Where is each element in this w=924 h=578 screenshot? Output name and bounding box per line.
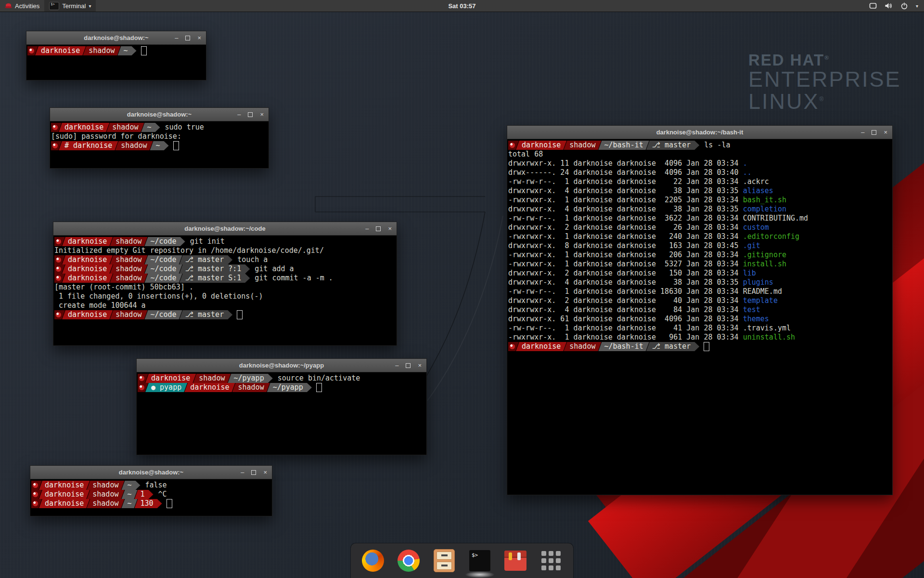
maximize-button[interactable] [185,36,190,40]
output-text: drwxrwxr-x. 8 darknoise darknoise 163 Ja… [508,241,743,250]
close-button[interactable]: × [388,225,392,232]
wordmark-enterprise: ENTERPRISE [748,68,901,91]
minimize-button[interactable]: – [241,469,244,475]
window-title: darknoise@shadow:~/bash-it [507,129,892,136]
maximize-button[interactable] [376,226,381,231]
rhel-wordmark: RED HAT® ENTERPRISE LINUX® [748,52,901,112]
output-text: drwxrwxr-x. 4 darknoise darknoise 38 Jan… [508,186,743,196]
directory-name: .. [743,168,752,177]
directory-name: test [743,305,760,315]
running-app-glow [465,571,495,578]
output-text: drwxrwxr-x. 4 darknoise darknoise 84 Jan… [508,305,743,315]
prompt-path-segment: ~/bash-it [598,141,649,150]
close-button[interactable]: × [884,129,887,135]
terminal-window-bash-it: darknoise@shadow:~/bash-it – × darknoise… [507,125,893,495]
output-text: Initialized empty Git repository in /hom… [54,246,324,255]
command-text: git add a [250,264,294,274]
terminal-content[interactable]: darknoiseshadow~/bash-it⎇ masterls -lato… [507,139,892,353]
close-button[interactable]: × [263,469,267,475]
titlebar[interactable]: darknoise@shadow:~/code – × [53,222,397,236]
output-text: drwxrwxr-x. 4 darknoise darknoise 38 Jan… [508,278,743,287]
redhat-logo-icon [5,3,12,9]
output-text: [master (root-commit) 50bcb63] . [54,283,193,292]
wordmark-linux: LINUX [748,89,820,114]
dock: $> [351,543,573,578]
maximize-button[interactable] [251,470,256,475]
titlebar[interactable]: darknoise@shadow:~/pyapp – × [137,359,426,372]
clock[interactable]: Sat 03:57 [0,2,924,10]
titlebar[interactable]: darknoise@shadow:~ – × [26,31,206,45]
titlebar[interactable]: darknoise@shadow:~/bash-it – × [507,126,892,139]
chrome-icon [398,550,420,572]
dock-toolbox-icon[interactable] [504,549,527,572]
terminal-line: drwxrwxr-x. 2 darknoise darknoise 150 Ja… [508,269,891,278]
terminal-line: darknoiseshadow~/bash-it⎇ masterls -la [508,141,891,150]
maximize-button[interactable] [248,112,253,117]
minimize-button[interactable]: – [237,111,241,118]
close-button[interactable]: × [197,35,201,41]
output-text: [sudo] password for darknoise: [51,132,181,141]
minimize-button[interactable]: – [861,129,864,135]
terminal-line: darknoiseshadow~/pyappsource bin/activat… [138,374,425,383]
titlebar[interactable]: darknoise@shadow:~ – × [50,108,269,121]
screen-icon[interactable] [869,2,877,9]
prompt-host-segment: shadow [87,499,124,508]
minimize-button[interactable]: – [365,225,369,232]
prompt-host-segment: shadow [110,237,147,246]
dock-chrome-icon[interactable] [397,549,420,572]
prompt-exit-code-segment: 130 [135,499,162,508]
terminal-line: ● pyappdarknoiseshadow~/pyapp [138,383,425,392]
terminal-content[interactable]: darknoiseshadow~/pyappsource bin/activat… [137,372,426,394]
prompt-host-segment: shadow [110,264,147,274]
dock-terminal-icon[interactable]: $> [468,549,491,572]
terminal-line: darknoiseshadow~/code⎇ mastertouch a [54,255,396,264]
prompt-git-branch-segment: ⎇ master [646,141,700,150]
window-title: darknoise@shadow:~ [30,469,272,476]
titlebar[interactable]: darknoise@shadow:~ – × [30,466,272,479]
dock-app-grid-button[interactable] [539,549,563,572]
output-text: -rwxrwxr-x. 1 darknoise darknoise 5327 J… [508,260,743,269]
file-name: CONTRIBUTING.md [743,214,808,223]
minimize-button[interactable]: – [395,362,398,368]
directory-name: . [743,159,747,168]
terminal-content[interactable]: darknoiseshadow~/codegit initInitialized… [53,236,397,321]
window-title: darknoise@shadow:~ [50,111,269,118]
maximize-button[interactable] [406,363,411,368]
prompt-user-segment: darknoise [35,46,86,55]
prompt-venv-segment: ● pyapp [145,383,187,392]
terminal-line: darknoiseshadow~130 [31,499,271,508]
terminal-content[interactable]: darknoiseshadow~falsedarknoiseshadow~1^C… [30,479,272,510]
terminal-content[interactable]: darknoiseshadow~sudo true[sudo] password… [50,121,269,152]
dock-files-icon[interactable] [433,549,456,572]
terminal-cursor [173,141,179,150]
prompt-path-segment: ~/pyapp [228,374,272,383]
prompt-path-segment: ~/code [144,310,182,319]
terminal-content[interactable]: darknoiseshadow~ [26,45,206,57]
close-button[interactable]: × [260,111,264,118]
power-icon[interactable] [900,2,908,10]
volume-icon[interactable] [885,2,893,9]
prompt-git-branch-segment: ⎇ master [646,342,700,351]
prompt-git-branch-segment: ⎇ master [180,255,233,264]
app-grid-icon [541,551,561,570]
prompt-git-branch-segment: ⎇ master ?:1 [180,264,250,274]
app-menu-terminal[interactable]: $> Terminal ▾ [44,0,96,12]
terminal-line: -rw-rw-r--. 1 darknoise darknoise 3622 J… [508,214,891,223]
file-cabinet-icon [434,549,455,572]
chevron-down-icon: ▾ [89,3,91,9]
system-menu-chevron-icon[interactable]: ▾ [916,3,918,9]
maximize-button[interactable] [872,130,876,135]
close-button[interactable]: × [418,362,422,368]
command-text: sudo true [160,123,204,132]
terminal-window-sudo: darknoise@shadow:~ – × darknoiseshadow~s… [50,107,269,169]
terminal-line: -rwxrwxr-x. 1 darknoise darknoise 240 Ja… [508,232,891,241]
terminal-line: darknoiseshadow~ [27,46,205,55]
terminal-line: [sudo] password for darknoise: [51,132,268,141]
dock-firefox-icon[interactable] [361,549,385,572]
activities-button[interactable]: Activities [0,0,44,12]
command-text: false [141,481,167,490]
minimize-button[interactable]: – [175,35,178,41]
terminal-line: -rwxrwxr-x. 1 darknoise darknoise 961 Ja… [508,333,891,342]
prompt-path-segment: ~/code [144,255,182,264]
prompt-user-segment: darknoise [39,490,90,499]
